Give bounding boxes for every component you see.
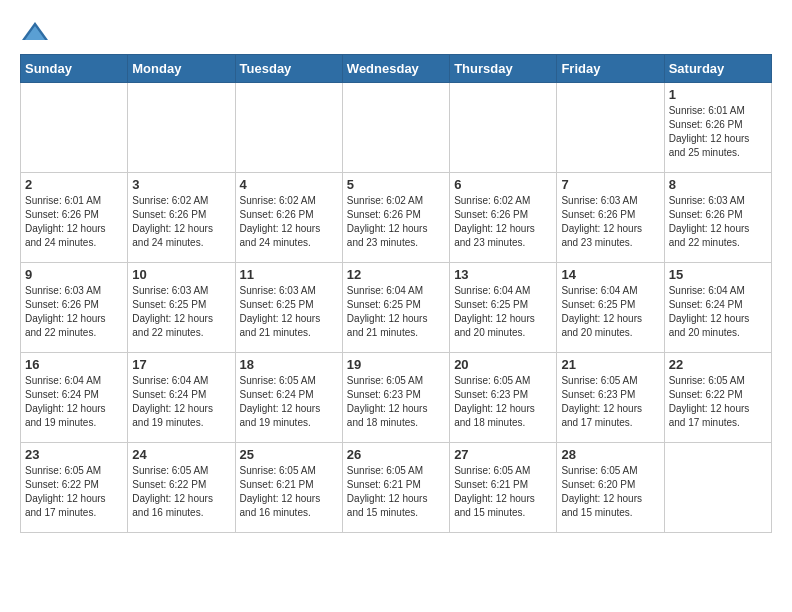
day-number: 20 — [454, 357, 552, 372]
day-info: Sunrise: 6:03 AM Sunset: 6:26 PM Dayligh… — [25, 284, 123, 340]
day-number: 24 — [132, 447, 230, 462]
day-number: 2 — [25, 177, 123, 192]
calendar-table: SundayMondayTuesdayWednesdayThursdayFrid… — [20, 54, 772, 533]
calendar-cell: 27Sunrise: 6:05 AM Sunset: 6:21 PM Dayli… — [450, 443, 557, 533]
day-info: Sunrise: 6:01 AM Sunset: 6:26 PM Dayligh… — [25, 194, 123, 250]
day-info: Sunrise: 6:05 AM Sunset: 6:21 PM Dayligh… — [454, 464, 552, 520]
day-of-week-header: Sunday — [21, 55, 128, 83]
day-number: 10 — [132, 267, 230, 282]
calendar-body: 1Sunrise: 6:01 AM Sunset: 6:26 PM Daylig… — [21, 83, 772, 533]
calendar-week-row: 2Sunrise: 6:01 AM Sunset: 6:26 PM Daylig… — [21, 173, 772, 263]
days-of-week-row: SundayMondayTuesdayWednesdayThursdayFrid… — [21, 55, 772, 83]
day-info: Sunrise: 6:05 AM Sunset: 6:20 PM Dayligh… — [561, 464, 659, 520]
day-info: Sunrise: 6:04 AM Sunset: 6:24 PM Dayligh… — [25, 374, 123, 430]
day-info: Sunrise: 6:05 AM Sunset: 6:21 PM Dayligh… — [240, 464, 338, 520]
day-number: 1 — [669, 87, 767, 102]
day-of-week-header: Wednesday — [342, 55, 449, 83]
day-info: Sunrise: 6:02 AM Sunset: 6:26 PM Dayligh… — [132, 194, 230, 250]
day-info: Sunrise: 6:03 AM Sunset: 6:26 PM Dayligh… — [669, 194, 767, 250]
calendar-week-row: 9Sunrise: 6:03 AM Sunset: 6:26 PM Daylig… — [21, 263, 772, 353]
day-number: 23 — [25, 447, 123, 462]
calendar-cell: 9Sunrise: 6:03 AM Sunset: 6:26 PM Daylig… — [21, 263, 128, 353]
day-number: 5 — [347, 177, 445, 192]
calendar-cell: 25Sunrise: 6:05 AM Sunset: 6:21 PM Dayli… — [235, 443, 342, 533]
day-number: 4 — [240, 177, 338, 192]
day-info: Sunrise: 6:04 AM Sunset: 6:25 PM Dayligh… — [454, 284, 552, 340]
day-of-week-header: Thursday — [450, 55, 557, 83]
calendar-cell: 24Sunrise: 6:05 AM Sunset: 6:22 PM Dayli… — [128, 443, 235, 533]
day-number: 28 — [561, 447, 659, 462]
day-info: Sunrise: 6:02 AM Sunset: 6:26 PM Dayligh… — [454, 194, 552, 250]
day-number: 9 — [25, 267, 123, 282]
day-of-week-header: Tuesday — [235, 55, 342, 83]
day-info: Sunrise: 6:05 AM Sunset: 6:23 PM Dayligh… — [561, 374, 659, 430]
day-number: 25 — [240, 447, 338, 462]
logo-icon — [20, 20, 50, 44]
day-info: Sunrise: 6:05 AM Sunset: 6:22 PM Dayligh… — [25, 464, 123, 520]
calendar-cell: 12Sunrise: 6:04 AM Sunset: 6:25 PM Dayli… — [342, 263, 449, 353]
day-info: Sunrise: 6:03 AM Sunset: 6:25 PM Dayligh… — [240, 284, 338, 340]
day-info: Sunrise: 6:02 AM Sunset: 6:26 PM Dayligh… — [347, 194, 445, 250]
calendar-cell: 8Sunrise: 6:03 AM Sunset: 6:26 PM Daylig… — [664, 173, 771, 263]
calendar-cell: 19Sunrise: 6:05 AM Sunset: 6:23 PM Dayli… — [342, 353, 449, 443]
day-number: 19 — [347, 357, 445, 372]
calendar-cell — [450, 83, 557, 173]
calendar-cell: 3Sunrise: 6:02 AM Sunset: 6:26 PM Daylig… — [128, 173, 235, 263]
day-of-week-header: Saturday — [664, 55, 771, 83]
calendar-cell: 23Sunrise: 6:05 AM Sunset: 6:22 PM Dayli… — [21, 443, 128, 533]
day-number: 21 — [561, 357, 659, 372]
day-number: 14 — [561, 267, 659, 282]
day-number: 16 — [25, 357, 123, 372]
day-number: 6 — [454, 177, 552, 192]
day-info: Sunrise: 6:05 AM Sunset: 6:23 PM Dayligh… — [347, 374, 445, 430]
day-number: 22 — [669, 357, 767, 372]
calendar-cell — [557, 83, 664, 173]
day-number: 13 — [454, 267, 552, 282]
day-of-week-header: Friday — [557, 55, 664, 83]
logo — [20, 20, 54, 44]
calendar-cell: 4Sunrise: 6:02 AM Sunset: 6:26 PM Daylig… — [235, 173, 342, 263]
day-info: Sunrise: 6:04 AM Sunset: 6:24 PM Dayligh… — [132, 374, 230, 430]
day-info: Sunrise: 6:05 AM Sunset: 6:22 PM Dayligh… — [669, 374, 767, 430]
calendar-cell: 14Sunrise: 6:04 AM Sunset: 6:25 PM Dayli… — [557, 263, 664, 353]
calendar-cell: 16Sunrise: 6:04 AM Sunset: 6:24 PM Dayli… — [21, 353, 128, 443]
calendar-cell: 7Sunrise: 6:03 AM Sunset: 6:26 PM Daylig… — [557, 173, 664, 263]
day-number: 7 — [561, 177, 659, 192]
calendar-week-row: 23Sunrise: 6:05 AM Sunset: 6:22 PM Dayli… — [21, 443, 772, 533]
calendar-cell: 13Sunrise: 6:04 AM Sunset: 6:25 PM Dayli… — [450, 263, 557, 353]
day-number: 26 — [347, 447, 445, 462]
calendar-cell — [342, 83, 449, 173]
calendar-week-row: 16Sunrise: 6:04 AM Sunset: 6:24 PM Dayli… — [21, 353, 772, 443]
day-info: Sunrise: 6:05 AM Sunset: 6:23 PM Dayligh… — [454, 374, 552, 430]
calendar-cell: 5Sunrise: 6:02 AM Sunset: 6:26 PM Daylig… — [342, 173, 449, 263]
day-info: Sunrise: 6:03 AM Sunset: 6:26 PM Dayligh… — [561, 194, 659, 250]
day-number: 3 — [132, 177, 230, 192]
calendar-cell: 17Sunrise: 6:04 AM Sunset: 6:24 PM Dayli… — [128, 353, 235, 443]
day-info: Sunrise: 6:02 AM Sunset: 6:26 PM Dayligh… — [240, 194, 338, 250]
calendar-cell: 1Sunrise: 6:01 AM Sunset: 6:26 PM Daylig… — [664, 83, 771, 173]
calendar-cell: 20Sunrise: 6:05 AM Sunset: 6:23 PM Dayli… — [450, 353, 557, 443]
day-number: 8 — [669, 177, 767, 192]
calendar-cell: 18Sunrise: 6:05 AM Sunset: 6:24 PM Dayli… — [235, 353, 342, 443]
day-info: Sunrise: 6:05 AM Sunset: 6:24 PM Dayligh… — [240, 374, 338, 430]
calendar-cell: 10Sunrise: 6:03 AM Sunset: 6:25 PM Dayli… — [128, 263, 235, 353]
day-number: 18 — [240, 357, 338, 372]
calendar-cell: 26Sunrise: 6:05 AM Sunset: 6:21 PM Dayli… — [342, 443, 449, 533]
calendar-cell — [128, 83, 235, 173]
calendar-cell: 22Sunrise: 6:05 AM Sunset: 6:22 PM Dayli… — [664, 353, 771, 443]
calendar-cell: 6Sunrise: 6:02 AM Sunset: 6:26 PM Daylig… — [450, 173, 557, 263]
calendar-cell — [664, 443, 771, 533]
day-number: 15 — [669, 267, 767, 282]
day-number: 27 — [454, 447, 552, 462]
day-of-week-header: Monday — [128, 55, 235, 83]
calendar-cell: 11Sunrise: 6:03 AM Sunset: 6:25 PM Dayli… — [235, 263, 342, 353]
day-info: Sunrise: 6:03 AM Sunset: 6:25 PM Dayligh… — [132, 284, 230, 340]
calendar-cell — [235, 83, 342, 173]
day-info: Sunrise: 6:01 AM Sunset: 6:26 PM Dayligh… — [669, 104, 767, 160]
day-info: Sunrise: 6:05 AM Sunset: 6:21 PM Dayligh… — [347, 464, 445, 520]
calendar-cell — [21, 83, 128, 173]
day-info: Sunrise: 6:04 AM Sunset: 6:25 PM Dayligh… — [561, 284, 659, 340]
calendar-cell: 15Sunrise: 6:04 AM Sunset: 6:24 PM Dayli… — [664, 263, 771, 353]
day-info: Sunrise: 6:04 AM Sunset: 6:24 PM Dayligh… — [669, 284, 767, 340]
calendar-week-row: 1Sunrise: 6:01 AM Sunset: 6:26 PM Daylig… — [21, 83, 772, 173]
